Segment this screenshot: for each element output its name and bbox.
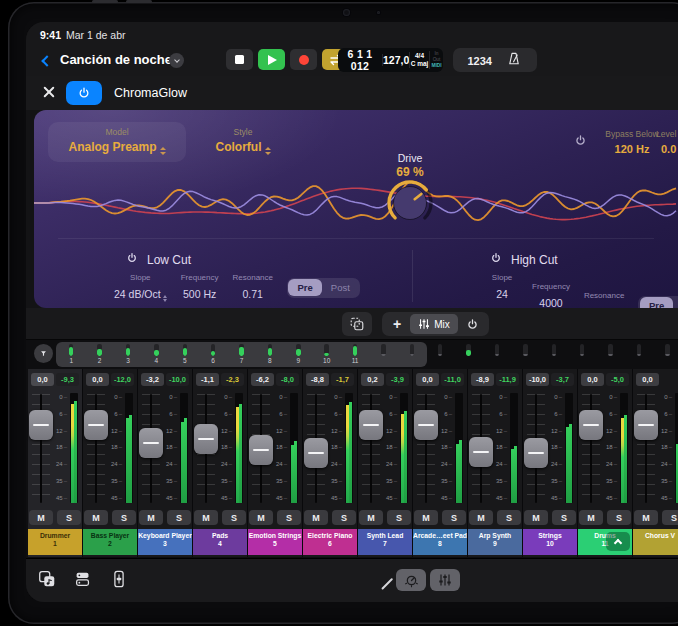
peak-db-value[interactable]: -5,0 [606, 373, 629, 386]
metronome-button[interactable] [506, 51, 522, 70]
volume-fader[interactable] [469, 437, 493, 467]
mute-button[interactable]: M [194, 510, 218, 525]
track-name-plate[interactable]: Arp Synth 9 [468, 529, 522, 555]
high-cut-frequency[interactable]: Frequency 4000 Hz [532, 282, 570, 308]
project-menu-button[interactable] [169, 53, 184, 68]
loop-browser-button[interactable] [36, 569, 58, 591]
fader-db-value[interactable]: 0,0 [86, 373, 109, 386]
mute-button[interactable]: M [304, 510, 328, 525]
mute-button[interactable]: M [359, 510, 383, 525]
solo-button[interactable]: S [332, 510, 356, 525]
track-name-plate[interactable]: Keyboard Player 3 [138, 529, 192, 555]
mute-button[interactable]: M [29, 510, 53, 525]
controls-view-button[interactable] [396, 569, 426, 591]
post-button[interactable]: Post [322, 279, 359, 296]
fader-db-value[interactable]: 0,0 [416, 373, 439, 386]
add-track-button[interactable]: + [384, 314, 410, 334]
mute-button[interactable]: M [524, 510, 548, 525]
volume-fader[interactable] [579, 410, 603, 440]
mute-button[interactable]: M [579, 510, 603, 525]
solo-button[interactable]: S [277, 510, 301, 525]
peak-db-value[interactable]: -2,3 [221, 373, 244, 386]
pre-button[interactable]: Pre [640, 297, 673, 308]
collapse-stack-button[interactable] [606, 532, 630, 551]
solo-button[interactable]: S [387, 510, 411, 525]
play-button[interactable] [258, 49, 285, 70]
track-name-plate[interactable]: Chorus V [633, 529, 678, 555]
overview-selection[interactable]: 1234567891011 [56, 342, 427, 367]
back-button[interactable] [40, 52, 54, 68]
volume-fader[interactable] [139, 428, 163, 458]
volume-fader[interactable] [194, 424, 218, 454]
volume-fader[interactable] [359, 410, 383, 440]
post-button[interactable]: Post [673, 297, 678, 308]
peak-db-value[interactable]: -11,9 [496, 373, 519, 386]
drive-knob[interactable] [386, 179, 434, 227]
peak-db-value[interactable]: -1,7 [331, 373, 354, 386]
solo-button[interactable]: S [222, 510, 246, 525]
solo-button[interactable]: S [167, 510, 191, 525]
track-name-plate[interactable]: Drums 11 [578, 529, 632, 555]
volume-fader[interactable] [634, 410, 658, 440]
project-title[interactable]: Canción de noche [60, 52, 172, 67]
fader-db-value[interactable]: -8,8 [306, 373, 329, 386]
low-cut-frequency[interactable]: Frequency 500 Hz [181, 273, 219, 302]
track-name-plate[interactable]: Strings 10 [523, 529, 577, 555]
fader-db-value[interactable]: 0,2 [361, 373, 384, 386]
plugin-power-button[interactable] [66, 81, 102, 105]
level-control[interactable]: Level 0.0 [656, 129, 678, 157]
fader-panel-button[interactable] [108, 569, 130, 591]
peak-db-value[interactable]: -11,0 [441, 373, 464, 386]
low-cut-resonance[interactable]: Resonance 0.71 [233, 273, 273, 302]
overview-rest[interactable] [426, 342, 678, 367]
mute-button[interactable]: M [469, 510, 493, 525]
fader-db-value[interactable]: 0,0 [636, 373, 659, 386]
browser-button[interactable] [72, 569, 94, 591]
solo-button[interactable]: S [57, 510, 81, 525]
volume-up-button[interactable] [92, 0, 118, 3]
volume-fader[interactable] [29, 410, 53, 440]
peak-db-value[interactable]: -8,0 [276, 373, 299, 386]
stop-button[interactable] [226, 49, 253, 70]
peak-db-value[interactable]: -3,9 [386, 373, 409, 386]
solo-button[interactable]: S [112, 510, 136, 525]
model-selector[interactable]: Model Analog Preamp [48, 122, 186, 162]
volume-fader[interactable] [524, 438, 548, 468]
pre-button[interactable]: Pre [288, 279, 321, 296]
high-cut-power-button[interactable] [490, 252, 502, 267]
lcd-display[interactable]: 6 1 1 012 127,0 4/4 C maj In Out MIDI [338, 48, 443, 72]
peak-db-value[interactable]: -12,0 [111, 373, 134, 386]
mixer-view-button[interactable] [430, 569, 460, 591]
track-name-plate[interactable]: Pads 4 [193, 529, 247, 555]
bypass-below-control[interactable]: Bypass Below 120 Hz [600, 129, 664, 157]
peak-db-value[interactable]: -3,7 [551, 373, 574, 386]
track-name-plate[interactable]: Emotion Strings 5 [248, 529, 302, 555]
peak-db-value[interactable]: -10,0 [166, 373, 189, 386]
fader-db-value[interactable]: -8,9 [471, 373, 494, 386]
volume-fader[interactable] [304, 438, 328, 468]
solo-button[interactable]: S [552, 510, 576, 525]
track-name-plate[interactable]: Electric Piano 6 [303, 529, 357, 555]
duplicate-button[interactable] [342, 312, 372, 336]
fader-db-value[interactable]: -10,0 [526, 373, 549, 386]
solo-button[interactable]: S [497, 510, 521, 525]
track-name-plate[interactable]: Arcade…eet Pad 8 [413, 529, 467, 555]
fader-db-value[interactable]: -1,1 [196, 373, 219, 386]
solo-button[interactable]: S [607, 510, 631, 525]
track-name-plate[interactable]: Bass Player 2 [83, 529, 137, 555]
volume-fader[interactable] [249, 435, 273, 465]
low-cut-slope[interactable]: Slope 24 dB/Oct [114, 273, 167, 302]
track-name-plate[interactable]: Drummer 1 [28, 529, 82, 555]
volume-down-button[interactable] [126, 0, 152, 3]
fader-db-value[interactable]: 0,0 [31, 373, 54, 386]
solo-button[interactable]: S [662, 510, 678, 525]
solo-button[interactable]: S [442, 510, 466, 525]
fader-db-value[interactable]: -3,2 [141, 373, 164, 386]
count-in-button[interactable]: 1234 [468, 53, 492, 68]
edit-button[interactable] [374, 573, 390, 589]
volume-fader[interactable] [414, 410, 438, 440]
high-cut-resonance[interactable]: Resonance 0.71 [584, 291, 624, 308]
mix-view-button[interactable]: Mix [410, 314, 458, 334]
high-cut-slope[interactable]: Slope 24 dB/Oct [486, 273, 518, 308]
mixer-power-button[interactable] [458, 314, 487, 334]
